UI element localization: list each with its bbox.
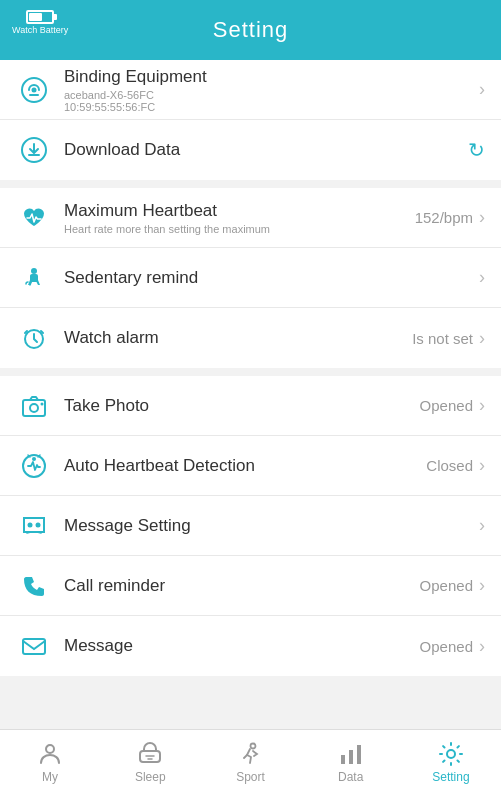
heartbeat-chevron: › <box>479 207 485 228</box>
section-3: Take Photo Opened › Auto Heartbeat Detec… <box>0 376 501 676</box>
call-icon <box>16 568 52 604</box>
message-setting-row[interactable]: Message Setting › <box>0 496 501 556</box>
header: Watch Battery Setting <box>0 0 501 60</box>
message2-right: Opened › <box>420 636 485 657</box>
watch-alarm-row[interactable]: Watch alarm Is not set › <box>0 308 501 368</box>
email-icon <box>16 628 52 664</box>
auto-heartbeat-right: Closed › <box>426 455 485 476</box>
nav-item-setting[interactable]: Setting <box>401 730 501 794</box>
person-icon <box>37 741 63 767</box>
nav-label-sleep: Sleep <box>135 770 166 784</box>
alarm-right: Is not set › <box>412 328 485 349</box>
svg-point-6 <box>30 404 38 412</box>
heartbeat-title: Maximum Heartbeat <box>64 201 407 221</box>
heartbeat-content: Maximum Heartbeat Heart rate more than s… <box>64 201 407 235</box>
sport-icon <box>238 741 264 767</box>
photo-title: Take Photo <box>64 396 412 416</box>
binding-device-id: aceband-X6-56FC10:59:55:55:56:FC <box>64 89 465 113</box>
svg-point-13 <box>46 745 54 753</box>
alarm-chevron: › <box>479 328 485 349</box>
download-data-row[interactable]: Download Data ↻ <box>0 120 501 180</box>
photo-chevron: › <box>479 395 485 416</box>
sleep-icon <box>137 741 163 767</box>
svg-point-3 <box>31 268 37 274</box>
download-content: Download Data <box>64 140 460 160</box>
content-area: Binding Equipment aceband-X6-56FC10:59:5… <box>0 60 501 729</box>
photo-value: Opened <box>420 397 473 414</box>
nav-label-my: My <box>42 770 58 784</box>
message-setting-chevron: › <box>479 515 485 536</box>
auto-heartbeat-row[interactable]: Auto Heartbeat Detection Closed › <box>0 436 501 496</box>
sedentary-right: › <box>473 267 485 288</box>
binding-icon <box>16 72 52 108</box>
nav-label-sport: Sport <box>236 770 265 784</box>
alarm-content: Watch alarm <box>64 328 404 348</box>
nav-item-sleep[interactable]: Sleep <box>100 730 200 794</box>
battery-label: Watch Battery <box>12 25 68 35</box>
max-heartbeat-row[interactable]: Maximum Heartbeat Heart rate more than s… <box>0 188 501 248</box>
take-photo-row[interactable]: Take Photo Opened › <box>0 376 501 436</box>
binding-chevron: › <box>479 79 485 100</box>
svg-rect-12 <box>23 639 45 654</box>
auto-heartbeat-value: Closed <box>426 457 473 474</box>
message2-value: Opened <box>420 638 473 655</box>
svg-rect-17 <box>349 750 353 764</box>
auto-heartbeat-icon <box>16 448 52 484</box>
call-content: Call reminder <box>64 576 412 596</box>
download-icon <box>16 132 52 168</box>
svg-point-10 <box>28 522 33 527</box>
data-icon <box>338 741 364 767</box>
svg-point-11 <box>36 522 41 527</box>
sedentary-content: Sedentary remind <box>64 268 465 288</box>
page-title: Setting <box>213 17 289 43</box>
alarm-title: Watch alarm <box>64 328 404 348</box>
sedentary-icon <box>16 260 52 296</box>
auto-heartbeat-chevron: › <box>479 455 485 476</box>
svg-point-7 <box>41 402 44 405</box>
sedentary-chevron: › <box>479 267 485 288</box>
nav-item-data[interactable]: Data <box>301 730 401 794</box>
message2-title: Message <box>64 636 412 656</box>
photo-right: Opened › <box>420 395 485 416</box>
setting-icon <box>438 741 464 767</box>
auto-heartbeat-title: Auto Heartbeat Detection <box>64 456 418 476</box>
message2-content: Message <box>64 636 412 656</box>
nav-item-my[interactable]: My <box>0 730 100 794</box>
svg-point-1 <box>32 87 37 92</box>
call-chevron: › <box>479 575 485 596</box>
nav-item-sport[interactable]: Sport <box>200 730 300 794</box>
binding-equipment-row[interactable]: Binding Equipment aceband-X6-56FC10:59:5… <box>0 60 501 120</box>
message-row[interactable]: Message Opened › <box>0 616 501 676</box>
heartbeat-icon <box>16 200 52 236</box>
section-1: Binding Equipment aceband-X6-56FC10:59:5… <box>0 60 501 180</box>
download-right[interactable]: ↻ <box>468 138 485 162</box>
alarm-icon <box>16 320 52 356</box>
message-icon <box>16 508 52 544</box>
heartbeat-value: 152/bpm <box>415 209 473 226</box>
message-setting-right: › <box>473 515 485 536</box>
binding-right: › <box>473 79 485 100</box>
call-title: Call reminder <box>64 576 412 596</box>
binding-title: Binding Equipment <box>64 67 465 87</box>
refresh-icon[interactable]: ↻ <box>468 138 485 162</box>
sedentary-row[interactable]: Sedentary remind › <box>0 248 501 308</box>
sedentary-title: Sedentary remind <box>64 268 465 288</box>
call-right: Opened › <box>420 575 485 596</box>
call-value: Opened <box>420 577 473 594</box>
photo-content: Take Photo <box>64 396 412 416</box>
binding-content: Binding Equipment aceband-X6-56FC10:59:5… <box>64 67 465 113</box>
alarm-value: Is not set <box>412 330 473 347</box>
photo-icon <box>16 388 52 424</box>
battery-icon <box>26 10 54 24</box>
message-setting-title: Message Setting <box>64 516 465 536</box>
svg-point-19 <box>447 750 455 758</box>
svg-rect-18 <box>357 745 361 764</box>
section-2: Maximum Heartbeat Heart rate more than s… <box>0 188 501 368</box>
call-reminder-row[interactable]: Call reminder Opened › <box>0 556 501 616</box>
heartbeat-right: 152/bpm › <box>415 207 485 228</box>
battery-indicator: Watch Battery <box>12 10 68 35</box>
nav-label-setting: Setting <box>432 770 469 784</box>
auto-heartbeat-content: Auto Heartbeat Detection <box>64 456 418 476</box>
svg-rect-16 <box>341 755 345 764</box>
svg-point-9 <box>32 457 36 461</box>
